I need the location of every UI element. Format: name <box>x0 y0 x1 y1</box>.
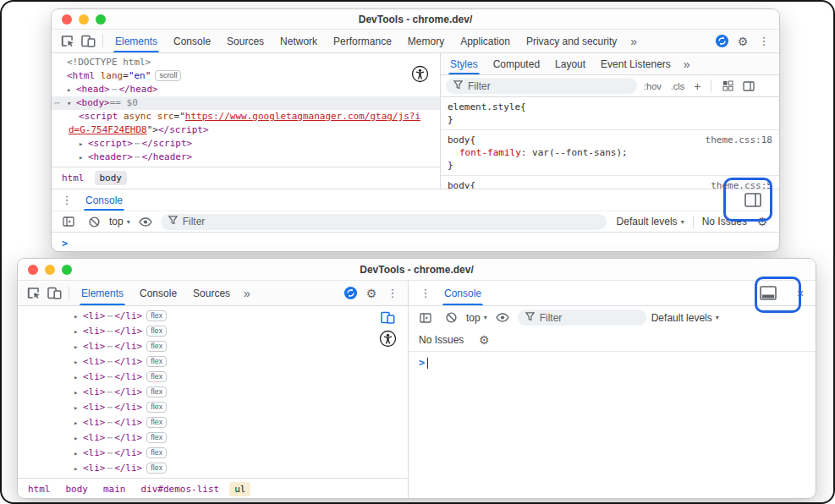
sync-status-icon[interactable] <box>711 31 732 52</box>
console-prompt-row[interactable]: > <box>409 352 816 369</box>
context-selector-dropdown[interactable]: top▾ <box>109 216 130 227</box>
expand-arrow-icon[interactable]: ▸ <box>74 400 83 415</box>
kebab-menu-icon[interactable]: ⋮ <box>382 283 403 304</box>
flex-badge[interactable]: flex <box>146 463 167 474</box>
flex-badge[interactable]: flex <box>146 386 167 397</box>
flex-badge[interactable]: flex <box>146 371 167 382</box>
styles-filter-input[interactable]: Filter <box>446 78 637 94</box>
breadcrumb-item-body[interactable]: body <box>95 171 128 185</box>
tab-console[interactable]: Console <box>132 281 184 305</box>
expand-arrow-icon[interactable]: ▸ <box>74 339 83 354</box>
console-filter-input[interactable]: Filter <box>161 214 607 230</box>
tab-styles[interactable]: Styles <box>442 53 486 74</box>
ellipsis-menu-icon[interactable]: ⋯ <box>106 371 115 382</box>
tab-privacy-security[interactable]: Privacy and security <box>519 30 624 52</box>
expand-arrow-icon[interactable]: ▸ <box>74 461 83 476</box>
expand-arrow-icon[interactable]: ▸ <box>74 309 83 324</box>
kebab-menu-icon[interactable]: ⋮ <box>57 190 77 211</box>
breadcrumb-item-html[interactable]: html <box>23 482 56 496</box>
style-rule-body[interactable]: body {theme.css:18 font-family: var(--fo… <box>441 130 779 176</box>
ellipsis-menu-icon[interactable]: ⋯ <box>54 96 60 110</box>
clear-console-icon[interactable] <box>441 308 461 328</box>
ellipsis-menu-icon[interactable]: ⋯ <box>106 310 115 321</box>
console-filter-input[interactable]: Filter <box>518 310 646 326</box>
settings-gear-icon[interactable]: ⚙ <box>361 283 382 304</box>
more-tabs-icon[interactable]: » <box>678 58 695 71</box>
css-value[interactable]: : var(--font-sans); <box>521 146 628 159</box>
tree-row[interactable]: ▸<li>⋯</li>flex <box>74 309 408 324</box>
tree-row[interactable]: ▸<li>⋯</li>flex <box>74 415 408 430</box>
collapse-arrow-icon[interactable]: ▾ <box>67 96 76 110</box>
tree-row[interactable]: ▸<li>⋯</li>flex <box>74 385 408 400</box>
tab-network[interactable]: Network <box>272 30 325 52</box>
ellipsis-menu-icon[interactable]: ⋯ <box>110 84 119 95</box>
issues-counter[interactable]: No Issues <box>702 216 747 227</box>
breadcrumb-item-body[interactable]: body <box>61 482 94 496</box>
live-expression-eye-icon[interactable] <box>492 308 513 328</box>
accessibility-icon[interactable] <box>411 65 429 86</box>
dock-to-right-icon[interactable] <box>743 190 763 211</box>
console-settings-gear-icon[interactable]: ⚙ <box>474 330 494 350</box>
device-toolbar-active-icon[interactable] <box>381 311 395 327</box>
context-selector-dropdown[interactable]: top▾ <box>466 312 487 324</box>
ellipsis-menu-icon[interactable]: ⋯ <box>106 432 115 443</box>
tab-performance[interactable]: Performance <box>326 30 399 52</box>
stylesheet-link[interactable]: theme.css:5 <box>704 179 772 189</box>
breadcrumb-item-html[interactable]: html <box>57 171 90 185</box>
kebab-menu-icon[interactable]: ⋮ <box>415 283 436 304</box>
inspect-element-icon[interactable] <box>57 31 77 52</box>
tree-row[interactable]: ▸<li>⋯</li>flex <box>74 446 408 461</box>
scroll-badge[interactable]: scroll <box>155 70 181 81</box>
sync-status-icon[interactable] <box>340 283 360 304</box>
panel-tab-console[interactable]: Console <box>439 281 486 305</box>
computed-sidebar-toggle-icon[interactable] <box>740 78 757 95</box>
console-settings-gear-icon[interactable]: ⚙ <box>752 211 772 232</box>
breadcrumb-item-ul[interactable]: ul <box>229 482 250 496</box>
log-levels-dropdown[interactable]: Default levels▾ <box>651 312 719 324</box>
tab-console[interactable]: Console <box>166 30 218 52</box>
style-rule-body-2[interactable]: body {theme.css:5 <box>441 176 779 189</box>
stylesheet-link[interactable]: theme.css:18 <box>699 134 772 146</box>
accessibility-icon[interactable] <box>379 330 397 351</box>
ellipsis-menu-icon[interactable]: ⋯ <box>106 402 115 413</box>
console-sidebar-icon[interactable] <box>58 211 79 232</box>
flex-badge[interactable]: flex <box>146 402 167 413</box>
expand-arrow-icon[interactable]: ▸ <box>79 151 88 164</box>
ellipsis-menu-icon[interactable]: ⋯ <box>106 386 115 397</box>
tab-memory[interactable]: Memory <box>400 30 452 52</box>
expand-arrow-icon[interactable]: ▸ <box>74 370 83 385</box>
css-property[interactable]: font-family <box>459 146 521 159</box>
flex-badge[interactable]: flex <box>146 341 167 352</box>
minimize-window-button[interactable] <box>79 14 89 25</box>
tab-event-listeners[interactable]: Event Listeners <box>593 53 678 74</box>
flex-badge[interactable]: flex <box>146 447 167 458</box>
ellipsis-menu-icon[interactable]: ⋯ <box>133 151 142 162</box>
more-tabs-icon[interactable]: » <box>239 287 255 300</box>
dom-line-body-selected[interactable]: ⋯▾<body>== $0 <box>52 96 440 110</box>
tab-computed[interactable]: Computed <box>486 53 547 74</box>
tree-row[interactable]: ▸<li>⋯</li>flex <box>74 430 408 446</box>
close-window-button[interactable] <box>62 14 72 25</box>
close-icon[interactable]: × <box>794 287 807 300</box>
expand-arrow-icon[interactable]: ▸ <box>74 354 83 370</box>
expand-arrow-icon[interactable]: ▸ <box>79 137 88 151</box>
element-classes-button[interactable]: .cls <box>668 81 688 91</box>
tree-row[interactable]: ▸<li>⋯</li>flex <box>74 324 408 339</box>
ellipsis-menu-icon[interactable]: ⋯ <box>106 463 115 474</box>
toggle-element-state-button[interactable]: :hov <box>641 81 664 91</box>
dock-to-bottom-icon[interactable] <box>758 283 778 304</box>
console-sidebar-icon[interactable] <box>415 308 436 328</box>
ellipsis-menu-icon[interactable]: ⋯ <box>106 341 115 352</box>
chevron-right-icon[interactable]: › <box>778 194 780 206</box>
flex-badge[interactable]: flex <box>146 326 167 337</box>
ellipsis-menu-icon[interactable]: ⋯ <box>133 138 142 149</box>
device-toolbar-icon[interactable] <box>44 283 64 304</box>
zoom-window-button[interactable] <box>96 14 106 25</box>
ellipsis-menu-icon[interactable]: ⋯ <box>106 356 115 367</box>
more-tabs-icon[interactable]: » <box>625 35 642 48</box>
tab-sources[interactable]: Sources <box>185 281 238 305</box>
console-prompt-row[interactable]: > <box>52 233 779 249</box>
tab-elements[interactable]: Elements <box>107 30 165 52</box>
tree-row[interactable]: ▸<li>⋯</li>flex <box>74 339 408 354</box>
issues-counter[interactable]: No Issues <box>419 334 464 346</box>
